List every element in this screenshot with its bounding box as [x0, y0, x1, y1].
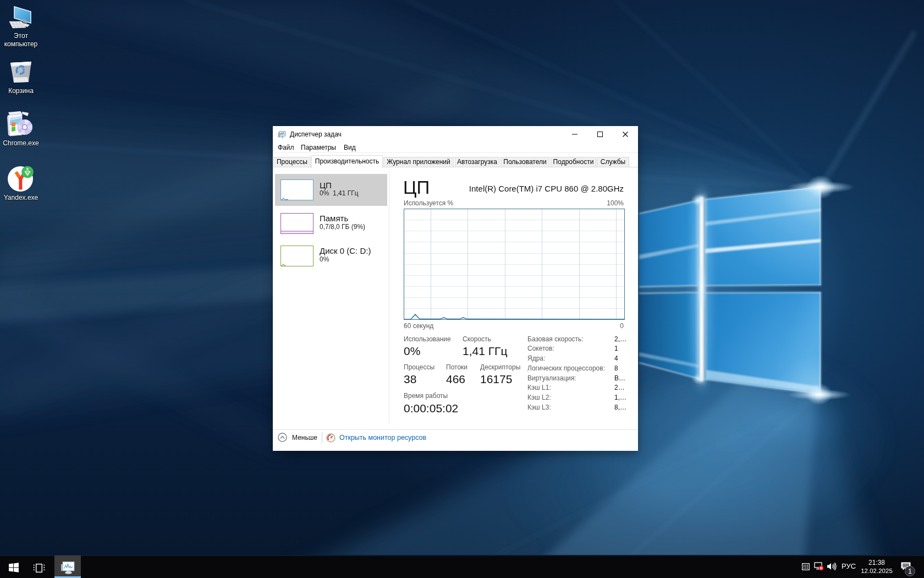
svg-text:1: 1 [908, 568, 912, 575]
